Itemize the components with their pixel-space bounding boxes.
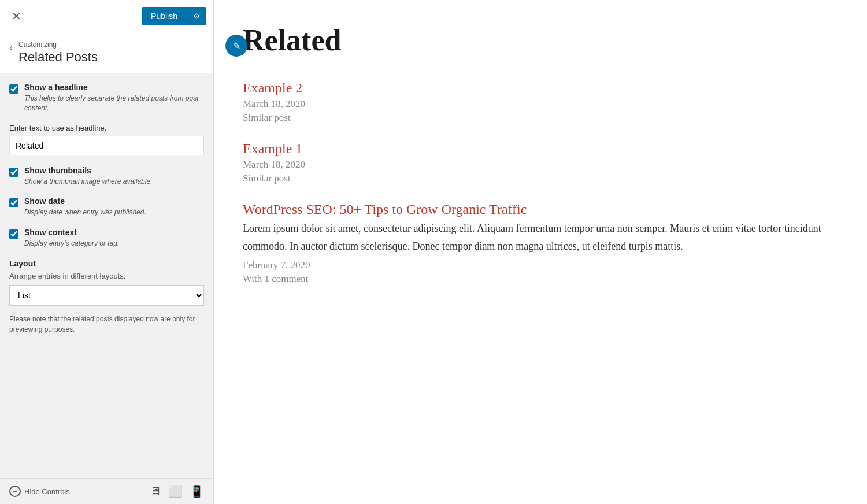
- hide-controls[interactable]: – Hide Controls: [9, 486, 70, 497]
- show-date-option: Show date Display date when entry was pu…: [9, 197, 204, 217]
- show-thumbnails-option: Show thumbnails Show a thumbnail image w…: [9, 166, 204, 187]
- layout-section-label: Layout: [9, 259, 204, 268]
- show-date-label: Show date: [24, 197, 146, 206]
- show-thumbnails-checkbox[interactable]: [9, 168, 18, 177]
- publish-group: Publish ⚙: [142, 7, 206, 25]
- hide-controls-label: Hide Controls: [24, 487, 70, 496]
- show-headline-text: Show a headline This helps to clearly se…: [24, 83, 204, 113]
- show-headline-option: Show a headline This helps to clearly se…: [9, 83, 204, 113]
- show-headline-checkbox[interactable]: [9, 84, 18, 94]
- show-date-desc: Display date when entry was published.: [24, 207, 146, 217]
- show-date-text: Show date Display date when entry was pu…: [24, 197, 146, 217]
- post-entry-1: Example 2 March 18, 2020 Similar post: [243, 80, 838, 124]
- back-header-text: Customizing Related Posts: [18, 40, 98, 65]
- close-button[interactable]: ✕: [7, 7, 26, 25]
- tablet-icon[interactable]: ⬜: [168, 484, 183, 498]
- layout-description: Arrange entries in different layouts.: [9, 272, 204, 280]
- panel-content: Show a headline This helps to clearly se…: [0, 73, 213, 478]
- headline-input[interactable]: [9, 136, 204, 155]
- show-headline-label: Show a headline: [24, 83, 204, 92]
- publish-button[interactable]: Publish: [142, 7, 187, 25]
- show-context-checkbox[interactable]: [9, 229, 18, 239]
- post-date-3: February 7, 2020: [243, 260, 838, 271]
- edit-fab-button[interactable]: ✎: [225, 35, 247, 57]
- show-context-option: Show context Display entry's category or…: [9, 228, 204, 249]
- post-date-2: March 18, 2020: [243, 159, 838, 171]
- show-context-desc: Display entry's category or tag.: [24, 239, 119, 249]
- show-thumbnails-desc: Show a thumbnail image where available.: [24, 177, 152, 187]
- show-thumbnails-label: Show thumbnails: [24, 166, 152, 175]
- post-entry-3: WordPress SEO: 50+ Tips to Grow Organic …: [243, 202, 838, 285]
- preview-note: Please note that the related posts displ…: [9, 314, 204, 335]
- post-context-1: Similar post: [243, 112, 838, 124]
- left-panel: ✕ Publish ⚙ ‹ Customizing Related Posts …: [0, 0, 214, 504]
- post-context-2: Similar post: [243, 173, 838, 184]
- post-entry-2: Example 1 March 18, 2020 Similar post: [243, 141, 838, 184]
- desktop-icon[interactable]: 🖥: [150, 485, 161, 498]
- preview-heading: Related: [243, 23, 838, 57]
- post-title-2[interactable]: Example 1: [243, 141, 838, 157]
- bottom-bar: – Hide Controls 🖥 ⬜ 📱: [0, 478, 213, 504]
- post-title-1[interactable]: Example 2: [243, 80, 838, 96]
- headline-field-label: Enter text to use as headline.: [9, 124, 204, 132]
- layout-select[interactable]: List Grid Compact: [9, 285, 204, 306]
- hide-controls-icon: –: [9, 486, 21, 497]
- back-arrow[interactable]: ‹: [9, 42, 13, 54]
- section-title: Related Posts: [18, 50, 98, 65]
- post-excerpt-3: Lorem ipsum dolor sit amet, consectetur …: [243, 220, 838, 255]
- show-thumbnails-text: Show thumbnails Show a thumbnail image w…: [24, 166, 152, 187]
- back-header: ‹ Customizing Related Posts: [0, 32, 213, 73]
- post-date-1: March 18, 2020: [243, 98, 838, 110]
- show-date-checkbox[interactable]: [9, 198, 18, 207]
- settings-button[interactable]: ⚙: [187, 7, 206, 25]
- post-title-3[interactable]: WordPress SEO: 50+ Tips to Grow Organic …: [243, 202, 838, 217]
- show-context-text: Show context Display entry's category or…: [24, 228, 119, 249]
- top-bar: ✕ Publish ⚙: [0, 0, 213, 32]
- post-meta-3: With 1 comment: [243, 273, 838, 285]
- device-icons: 🖥 ⬜ 📱: [150, 484, 204, 498]
- customizing-label: Customizing: [18, 40, 98, 49]
- mobile-icon[interactable]: 📱: [190, 484, 204, 498]
- show-headline-desc: This helps to clearly separate the relat…: [24, 94, 204, 113]
- right-panel: ✎ Related Example 2 March 18, 2020 Simil…: [214, 0, 867, 504]
- show-context-label: Show context: [24, 228, 119, 237]
